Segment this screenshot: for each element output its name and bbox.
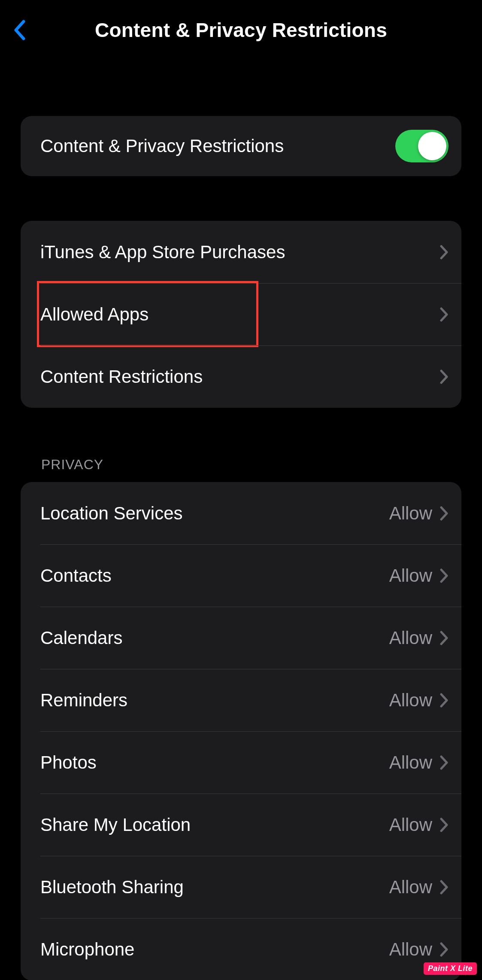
location-services-row[interactable]: Location Services Allow [21,482,461,544]
row-label: Contacts [40,565,389,586]
row-label: Microphone [40,939,389,960]
row-label: Reminders [40,690,389,711]
main-group: iTunes & App Store Purchases Allowed App… [21,221,461,408]
row-label: Location Services [40,503,389,524]
row-label: iTunes & App Store Purchases [40,242,438,263]
row-value: Allow [389,503,432,524]
chevron-right-icon [440,369,449,384]
toggle-knob [418,132,446,160]
row-label: Photos [40,752,389,773]
row-label: Calendars [40,628,389,648]
share-my-location-row[interactable]: Share My Location Allow [21,794,461,856]
content-restrictions-row[interactable]: Content Restrictions [21,345,461,408]
chevron-right-icon [440,245,449,260]
chevron-right-icon [440,693,449,708]
content-privacy-toggle-row[interactable]: Content & Privacy Restrictions [21,116,461,176]
chevron-right-icon [440,631,449,645]
chevron-right-icon [440,307,449,322]
row-value: Allow [389,565,432,586]
row-value: Allow [389,877,432,898]
chevron-right-icon [440,568,449,583]
row-value: Allow [389,690,432,711]
page-title: Content & Privacy Restrictions [95,18,387,42]
calendars-row[interactable]: Calendars Allow [21,607,461,669]
row-value: Allow [389,752,432,773]
chevron-left-icon [13,20,25,40]
privacy-section-header: PRIVACY [21,457,461,482]
chevron-right-icon [440,506,449,521]
chevron-right-icon [440,942,449,957]
toggle-group: Content & Privacy Restrictions [21,116,461,176]
chevron-right-icon [440,755,449,770]
row-value: Allow [389,815,432,835]
contacts-row[interactable]: Contacts Allow [21,544,461,607]
photos-row[interactable]: Photos Allow [21,731,461,794]
row-label: Content Restrictions [40,366,438,387]
content-privacy-toggle[interactable] [395,130,449,162]
row-value: Allow [389,939,432,960]
watermark-badge: Paint X Lite [424,962,477,975]
chevron-right-icon [440,880,449,895]
bluetooth-sharing-row[interactable]: Bluetooth Sharing Allow [21,856,461,918]
row-label: Bluetooth Sharing [40,877,389,898]
reminders-row[interactable]: Reminders Allow [21,669,461,731]
allowed-apps-row[interactable]: Allowed Apps [21,283,461,345]
microphone-row[interactable]: Microphone Allow [21,918,461,980]
privacy-group: Location Services Allow Contacts Allow C… [21,482,461,980]
row-label: Share My Location [40,815,389,835]
back-button[interactable] [9,17,29,43]
toggle-label: Content & Privacy Restrictions [40,136,395,156]
row-value: Allow [389,628,432,648]
itunes-appstore-row[interactable]: iTunes & App Store Purchases [21,221,461,283]
nav-header: Content & Privacy Restrictions [0,0,482,60]
row-label: Allowed Apps [40,304,438,325]
chevron-right-icon [440,818,449,832]
